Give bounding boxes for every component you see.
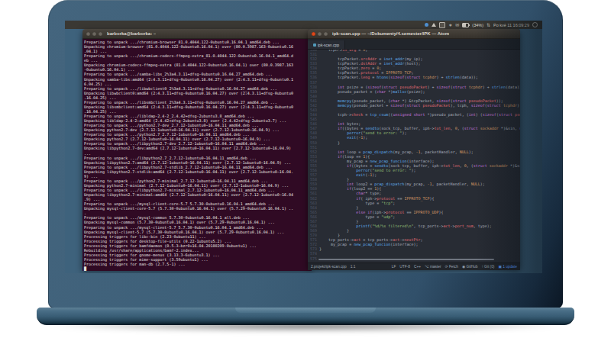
- terminal-window[interactable]: barborka@barborka: ~ Preparing to unpack…: [82, 29, 312, 269]
- keyboard-layout-icon[interactable]: [439, 22, 445, 28]
- system-panel: ∗ ✉ (34%) ⇅ Po kvě 11 16:09:29: [65, 21, 542, 29]
- code-line: 542 memcpy(pseudo_packet + sizeof(struct…: [308, 103, 520, 108]
- line-number: 575: [308, 256, 319, 261]
- status-bar: 2.projekt/ipk-scan.cpp 1:1 LF UTF-8 C++ …: [308, 263, 520, 270]
- terminal-lines: Preparing to unpack .../chromium-browser…: [84, 40, 312, 271]
- git-changes[interactable]: ↑ Git (0): [481, 265, 494, 269]
- cursor-position[interactable]: 1:1: [351, 265, 356, 269]
- laptop-shadow: [49, 323, 562, 332]
- maximize-button[interactable]: [324, 32, 328, 36]
- sync-arrows-icon[interactable]: ⇅: [487, 23, 490, 27]
- app-indicator-icon[interactable]: [425, 23, 428, 27]
- updates-badge[interactable]: ▣ 1 update: [498, 265, 517, 269]
- page: ∗ ✉ (34%) ⇅ Po kvě 11 16:09:29 barborka@…: [0, 0, 611, 364]
- code-line: 544 tcph->check = tcp_csum((unsigned sho…: [308, 112, 520, 117]
- terminal-titlebar[interactable]: barborka@barborka: ~: [82, 29, 312, 39]
- tab-ipk-scan[interactable]: ipk-scan.cpp: [308, 40, 345, 49]
- battery-percent: (34%): [472, 23, 483, 27]
- fetch-button[interactable]: ⟳ Fetch: [445, 265, 458, 269]
- tab-label: ipk-scan.cpp: [318, 43, 339, 47]
- atom-window[interactable]: ipk-scan.cpp — ~/Dokumenty/4.semester/IP…: [308, 29, 520, 269]
- tab-bar: ipk-scan.cpp: [308, 39, 520, 50]
- atom-titlebar[interactable]: ipk-scan.cpp — ~/Dokumenty/4.semester/IP…: [308, 29, 520, 39]
- wifi-icon[interactable]: [432, 23, 436, 27]
- horizontal-scrollbar[interactable]: [318, 259, 494, 260]
- close-button[interactable]: [86, 32, 90, 36]
- system-tray[interactable]: ∗ ✉ (34%) ⇅ Po kvě 11 16:09:29: [425, 22, 538, 28]
- cpp-file-icon: [313, 43, 316, 47]
- clock[interactable]: Po kvě 11 16:09:29: [493, 23, 529, 27]
- line-ending[interactable]: LF: [392, 265, 396, 269]
- terminal-title: barborka@barborka: ~: [107, 31, 156, 36]
- bluetooth-icon[interactable]: ∗: [448, 23, 452, 27]
- mail-icon[interactable]: ✉: [455, 23, 459, 27]
- minimize-button[interactable]: [92, 32, 96, 36]
- terminal-output[interactable]: Preparing to unpack .../chromium-browser…: [82, 39, 312, 271]
- grammar[interactable]: C++: [414, 265, 421, 269]
- encoding[interactable]: UTF-8: [399, 265, 410, 269]
- github-button[interactable]: ◉ GitHub: [462, 265, 477, 269]
- laptop-screen: ∗ ✉ (34%) ⇅ Po kvě 11 16:09:29 barborka@…: [65, 21, 542, 273]
- minimize-button[interactable]: [318, 32, 322, 36]
- laptop-thumb-scoop: [235, 308, 376, 313]
- maximize-button[interactable]: [99, 32, 102, 36]
- atom-title: ipk-scan.cpp — ~/Dokumenty/4.semester/IP…: [332, 31, 449, 36]
- battery-icon[interactable]: [462, 23, 469, 27]
- file-path[interactable]: 2.projekt/ipk-scan.cpp: [311, 265, 347, 269]
- close-button[interactable]: [312, 32, 315, 36]
- code-editor[interactable]: 530 tcph->th_urg = 0;531532 tcpPacket.sr…: [308, 50, 520, 263]
- session-gear-icon[interactable]: [532, 22, 538, 27]
- code-rows: 530 tcph->th_urg = 0;531532 tcpPacket.sr…: [308, 50, 520, 261]
- git-branch[interactable]: ⌥ master: [425, 265, 441, 269]
